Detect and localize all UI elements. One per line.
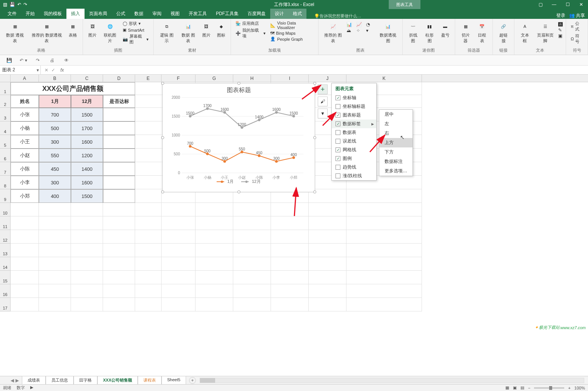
cell[interactable]: [135, 82, 162, 95]
cell[interactable]: [71, 298, 103, 311]
login-link[interactable]: 登录: [556, 12, 565, 19]
redo-icon[interactable]: ↷: [34, 57, 42, 64]
cell[interactable]: [39, 284, 71, 298]
print-icon[interactable]: 🖨: [48, 57, 56, 64]
chart-element-option[interactable]: ✓坐标轴: [332, 94, 376, 102]
pivot-chart-button[interactable]: 📊数据透视图: [377, 20, 399, 44]
cell[interactable]: [233, 257, 271, 271]
cell[interactable]: [11, 244, 39, 257]
cell[interactable]: [195, 298, 233, 311]
submenu-item[interactable]: 居中: [379, 110, 413, 119]
tell-me-input[interactable]: 告诉我您想要做什么…: [320, 13, 361, 19]
cell[interactable]: [346, 244, 422, 257]
tab-developer[interactable]: 开发工具: [184, 9, 211, 19]
cell[interactable]: [195, 271, 233, 284]
cell[interactable]: [162, 271, 195, 284]
cell[interactable]: 500: [39, 121, 71, 135]
chart-element-option[interactable]: ✓图表标题: [332, 111, 376, 120]
checkbox-icon[interactable]: [336, 130, 340, 135]
qat-undo-icon[interactable]: ↶: [17, 2, 21, 7]
cell[interactable]: [309, 230, 346, 244]
checkbox-icon[interactable]: ✓: [336, 113, 340, 118]
row-header[interactable]: 2: [0, 95, 11, 108]
cell[interactable]: [271, 298, 309, 311]
cell[interactable]: [195, 216, 233, 230]
cell[interactable]: [135, 257, 162, 271]
checkbox-icon[interactable]: [336, 165, 340, 170]
cell[interactable]: [11, 284, 39, 298]
cancel-formula-icon[interactable]: ✕: [45, 67, 48, 73]
cell[interactable]: [233, 298, 271, 311]
cell[interactable]: 小王: [11, 135, 39, 149]
tab-data[interactable]: 数据: [130, 9, 148, 19]
row-header[interactable]: 6: [0, 149, 11, 162]
cell[interactable]: [195, 244, 233, 257]
cell[interactable]: 1500: [71, 108, 103, 121]
material-photo-button[interactable]: 🖼图片: [200, 20, 213, 39]
select-all-corner[interactable]: [0, 75, 11, 82]
chart-object[interactable]: 图表标题 05001000150020007005003005504503004…: [162, 83, 315, 192]
cell[interactable]: [162, 298, 195, 311]
row-header[interactable]: 3: [0, 108, 11, 121]
cell[interactable]: 12月: [71, 95, 103, 108]
cell[interactable]: [271, 203, 309, 216]
row-header[interactable]: 1: [0, 82, 11, 95]
sparkline-line-button[interactable]: 〰折线图: [406, 20, 421, 44]
cell[interactable]: [135, 176, 162, 189]
cell[interactable]: [346, 189, 422, 203]
tab-file[interactable]: 文件: [3, 9, 21, 19]
chart-element-option[interactable]: 涨/跌柱线: [332, 172, 376, 180]
checkbox-icon[interactable]: [336, 173, 340, 178]
cell[interactable]: XXX公司产品销售额: [11, 82, 135, 95]
data-label[interactable]: 1400: [255, 115, 263, 119]
sparkline-winloss-button[interactable]: ▬盈亏: [439, 20, 452, 39]
cell[interactable]: [103, 162, 135, 176]
row-header[interactable]: 14: [0, 257, 11, 271]
row-header[interactable]: 11: [0, 216, 11, 230]
cell[interactable]: [346, 216, 422, 230]
cell[interactable]: 小陈: [11, 162, 39, 176]
cell[interactable]: [271, 230, 309, 244]
resize-handle[interactable]: [161, 136, 164, 139]
cell[interactable]: 1600: [71, 176, 103, 189]
cell[interactable]: [103, 189, 135, 203]
chart-element-option[interactable]: ✓数据标签▶: [332, 120, 376, 128]
cell[interactable]: [11, 230, 39, 244]
maximize-icon[interactable]: ☐: [561, 0, 574, 9]
column-header[interactable]: I: [271, 75, 309, 82]
cell[interactable]: [233, 203, 271, 216]
column-header[interactable]: D: [103, 75, 135, 82]
resize-handle[interactable]: [237, 190, 240, 193]
cell[interactable]: [135, 203, 162, 216]
data-label[interactable]: 1500: [289, 111, 298, 115]
cell[interactable]: 450: [39, 162, 71, 176]
column-header[interactable]: E: [135, 75, 162, 82]
chart-title[interactable]: 图表标题: [163, 83, 315, 97]
cell[interactable]: [135, 121, 162, 135]
resize-handle[interactable]: [161, 190, 164, 193]
name-box-dropdown-icon[interactable]: ▾: [37, 67, 39, 73]
cell[interactable]: [11, 216, 39, 230]
header-footer-button[interactable]: ☰页眉和页脚: [534, 20, 557, 44]
cell[interactable]: [162, 230, 195, 244]
chart-element-option[interactable]: 误差线: [332, 137, 376, 146]
checkbox-icon[interactable]: ✓: [336, 156, 340, 161]
cell[interactable]: [71, 257, 103, 271]
recommended-pivot-button[interactable]: ▦推荐的 数据透视表: [29, 20, 65, 44]
chart-type-line-icon[interactable]: 📈: [356, 22, 365, 27]
cell[interactable]: [103, 244, 135, 257]
chart-elements-button[interactable]: +: [318, 84, 328, 94]
row-header[interactable]: 15: [0, 271, 11, 284]
material-icon-button[interactable]: ◆图标: [214, 20, 228, 39]
row-header[interactable]: 7: [0, 162, 11, 176]
tab-design[interactable]: 设计: [270, 9, 288, 19]
resize-handle[interactable]: [237, 82, 240, 85]
row-header[interactable]: 13: [0, 244, 11, 257]
chart-type-pie-icon[interactable]: ◔: [366, 22, 375, 27]
cell[interactable]: [233, 230, 271, 244]
timeline-button[interactable]: 📅日程表: [475, 20, 490, 44]
column-header[interactable]: J: [309, 75, 346, 82]
close-icon[interactable]: ✕: [574, 0, 588, 9]
resize-handle[interactable]: [313, 190, 316, 193]
cell[interactable]: [11, 257, 39, 271]
